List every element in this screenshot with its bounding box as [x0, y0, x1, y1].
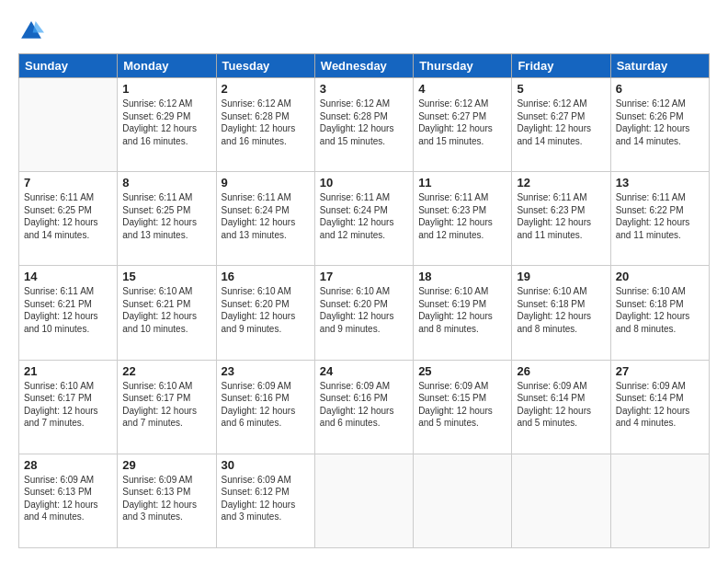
day-number: 23 — [222, 364, 310, 378]
day-number: 21 — [24, 364, 112, 378]
calendar-cell — [314, 454, 413, 547]
day-number: 17 — [320, 270, 408, 283]
calendar-cell: 12Sunrise: 6:11 AM Sunset: 6:23 PM Dayli… — [512, 172, 610, 266]
day-info: Sunrise: 6:10 AM Sunset: 6:18 PM Dayligh… — [517, 285, 605, 335]
day-number: 14 — [24, 270, 112, 283]
calendar-cell: 28Sunrise: 6:09 AM Sunset: 6:13 PM Dayli… — [19, 454, 118, 547]
calendar-cell — [512, 454, 610, 547]
calendar-cell: 30Sunrise: 6:09 AM Sunset: 6:12 PM Dayli… — [216, 454, 314, 547]
day-number: 30 — [222, 458, 310, 472]
weekday-header-sunday: Sunday — [19, 54, 118, 78]
calendar-cell: 4Sunrise: 6:12 AM Sunset: 6:27 PM Daylig… — [414, 78, 512, 172]
day-info: Sunrise: 6:12 AM Sunset: 6:26 PM Dayligh… — [616, 98, 704, 147]
calendar-cell: 5Sunrise: 6:12 AM Sunset: 6:27 PM Daylig… — [512, 78, 610, 172]
day-info: Sunrise: 6:11 AM Sunset: 6:22 PM Dayligh… — [616, 191, 704, 241]
day-info: Sunrise: 6:12 AM Sunset: 6:27 PM Dayligh… — [418, 98, 506, 147]
calendar-cell: 7Sunrise: 6:11 AM Sunset: 6:25 PM Daylig… — [19, 172, 118, 266]
calendar-cell — [414, 454, 512, 547]
calendar-week-4: 21Sunrise: 6:10 AM Sunset: 6:17 PM Dayli… — [19, 360, 710, 454]
calendar-cell: 21Sunrise: 6:10 AM Sunset: 6:17 PM Dayli… — [19, 360, 118, 454]
day-info: Sunrise: 6:11 AM Sunset: 6:25 PM Dayligh… — [24, 191, 112, 241]
day-number: 25 — [418, 364, 506, 378]
day-number: 28 — [24, 458, 112, 472]
day-info: Sunrise: 6:11 AM Sunset: 6:23 PM Dayligh… — [418, 191, 506, 241]
day-number: 12 — [517, 176, 605, 190]
calendar-cell: 20Sunrise: 6:10 AM Sunset: 6:18 PM Dayli… — [610, 266, 709, 360]
day-info: Sunrise: 6:11 AM Sunset: 6:21 PM Dayligh… — [24, 285, 112, 335]
day-number: 19 — [517, 270, 605, 283]
day-number: 22 — [122, 364, 210, 378]
day-info: Sunrise: 6:09 AM Sunset: 6:13 PM Dayligh… — [122, 474, 210, 523]
calendar-cell — [610, 454, 709, 547]
day-info: Sunrise: 6:09 AM Sunset: 6:14 PM Dayligh… — [616, 380, 704, 430]
day-info: Sunrise: 6:09 AM Sunset: 6:14 PM Dayligh… — [517, 380, 605, 430]
day-info: Sunrise: 6:11 AM Sunset: 6:24 PM Dayligh… — [320, 191, 408, 241]
day-number: 29 — [122, 458, 210, 472]
weekday-header-wednesday: Wednesday — [314, 54, 413, 78]
calendar-cell: 27Sunrise: 6:09 AM Sunset: 6:14 PM Dayli… — [610, 360, 709, 454]
calendar-cell: 2Sunrise: 6:12 AM Sunset: 6:28 PM Daylig… — [216, 78, 314, 172]
calendar-week-2: 7Sunrise: 6:11 AM Sunset: 6:25 PM Daylig… — [19, 172, 710, 266]
day-info: Sunrise: 6:09 AM Sunset: 6:15 PM Dayligh… — [418, 380, 506, 430]
day-info: Sunrise: 6:09 AM Sunset: 6:16 PM Dayligh… — [222, 380, 310, 430]
logo-icon — [18, 18, 44, 44]
day-info: Sunrise: 6:10 AM Sunset: 6:20 PM Dayligh… — [320, 285, 408, 335]
day-number: 8 — [122, 176, 210, 190]
calendar-cell: 29Sunrise: 6:09 AM Sunset: 6:13 PM Dayli… — [118, 454, 216, 547]
calendar-week-1: 1Sunrise: 6:12 AM Sunset: 6:29 PM Daylig… — [19, 78, 710, 172]
day-info: Sunrise: 6:10 AM Sunset: 6:21 PM Dayligh… — [122, 285, 210, 335]
day-info: Sunrise: 6:10 AM Sunset: 6:18 PM Dayligh… — [616, 285, 704, 335]
header — [18, 15, 710, 44]
calendar-cell: 23Sunrise: 6:09 AM Sunset: 6:16 PM Dayli… — [216, 360, 314, 454]
calendar-cell: 18Sunrise: 6:10 AM Sunset: 6:19 PM Dayli… — [414, 266, 512, 360]
calendar-cell: 26Sunrise: 6:09 AM Sunset: 6:14 PM Dayli… — [512, 360, 610, 454]
calendar-table: SundayMondayTuesdayWednesdayThursdayFrid… — [18, 53, 710, 548]
day-info: Sunrise: 6:11 AM Sunset: 6:25 PM Dayligh… — [122, 191, 210, 241]
svg-marker-1 — [33, 21, 44, 32]
calendar-cell — [19, 78, 118, 172]
day-info: Sunrise: 6:10 AM Sunset: 6:17 PM Dayligh… — [24, 380, 112, 430]
calendar-cell: 15Sunrise: 6:10 AM Sunset: 6:21 PM Dayli… — [118, 266, 216, 360]
day-info: Sunrise: 6:12 AM Sunset: 6:28 PM Dayligh… — [222, 98, 310, 147]
day-info: Sunrise: 6:11 AM Sunset: 6:24 PM Dayligh… — [222, 191, 310, 241]
day-number: 10 — [320, 176, 408, 190]
day-number: 11 — [418, 176, 506, 190]
logo — [18, 18, 46, 44]
page: SundayMondayTuesdayWednesdayThursdayFrid… — [0, 0, 728, 563]
day-info: Sunrise: 6:12 AM Sunset: 6:28 PM Dayligh… — [320, 98, 408, 147]
day-info: Sunrise: 6:12 AM Sunset: 6:29 PM Dayligh… — [122, 98, 210, 147]
calendar-cell: 9Sunrise: 6:11 AM Sunset: 6:24 PM Daylig… — [216, 172, 314, 266]
day-info: Sunrise: 6:09 AM Sunset: 6:12 PM Dayligh… — [222, 474, 310, 523]
day-info: Sunrise: 6:09 AM Sunset: 6:13 PM Dayligh… — [24, 474, 112, 523]
day-info: Sunrise: 6:11 AM Sunset: 6:23 PM Dayligh… — [517, 191, 605, 241]
day-number: 3 — [320, 82, 408, 96]
weekday-header-thursday: Thursday — [414, 54, 512, 78]
day-number: 5 — [517, 82, 605, 96]
day-info: Sunrise: 6:12 AM Sunset: 6:27 PM Dayligh… — [517, 98, 605, 147]
day-number: 26 — [517, 364, 605, 378]
calendar-cell: 16Sunrise: 6:10 AM Sunset: 6:20 PM Dayli… — [216, 266, 314, 360]
calendar-cell: 19Sunrise: 6:10 AM Sunset: 6:18 PM Dayli… — [512, 266, 610, 360]
day-info: Sunrise: 6:09 AM Sunset: 6:16 PM Dayligh… — [320, 380, 408, 430]
day-number: 16 — [222, 270, 310, 283]
calendar-cell: 1Sunrise: 6:12 AM Sunset: 6:29 PM Daylig… — [118, 78, 216, 172]
day-number: 13 — [616, 176, 704, 190]
day-number: 2 — [222, 82, 310, 96]
day-number: 18 — [418, 270, 506, 283]
calendar-cell: 6Sunrise: 6:12 AM Sunset: 6:26 PM Daylig… — [610, 78, 709, 172]
calendar-cell: 14Sunrise: 6:11 AM Sunset: 6:21 PM Dayli… — [19, 266, 118, 360]
calendar-cell: 24Sunrise: 6:09 AM Sunset: 6:16 PM Dayli… — [314, 360, 413, 454]
calendar-cell: 10Sunrise: 6:11 AM Sunset: 6:24 PM Dayli… — [314, 172, 413, 266]
day-info: Sunrise: 6:10 AM Sunset: 6:20 PM Dayligh… — [222, 285, 310, 335]
day-number: 6 — [616, 82, 704, 96]
day-number: 15 — [122, 270, 210, 283]
calendar-week-5: 28Sunrise: 6:09 AM Sunset: 6:13 PM Dayli… — [19, 454, 710, 547]
weekday-header-monday: Monday — [118, 54, 216, 78]
calendar-cell: 3Sunrise: 6:12 AM Sunset: 6:28 PM Daylig… — [314, 78, 413, 172]
calendar-cell: 17Sunrise: 6:10 AM Sunset: 6:20 PM Dayli… — [314, 266, 413, 360]
weekday-header-saturday: Saturday — [610, 54, 709, 78]
calendar-cell: 22Sunrise: 6:10 AM Sunset: 6:17 PM Dayli… — [118, 360, 216, 454]
calendar-week-3: 14Sunrise: 6:11 AM Sunset: 6:21 PM Dayli… — [19, 266, 710, 360]
day-number: 4 — [418, 82, 506, 96]
weekday-header-row: SundayMondayTuesdayWednesdayThursdayFrid… — [19, 54, 710, 78]
